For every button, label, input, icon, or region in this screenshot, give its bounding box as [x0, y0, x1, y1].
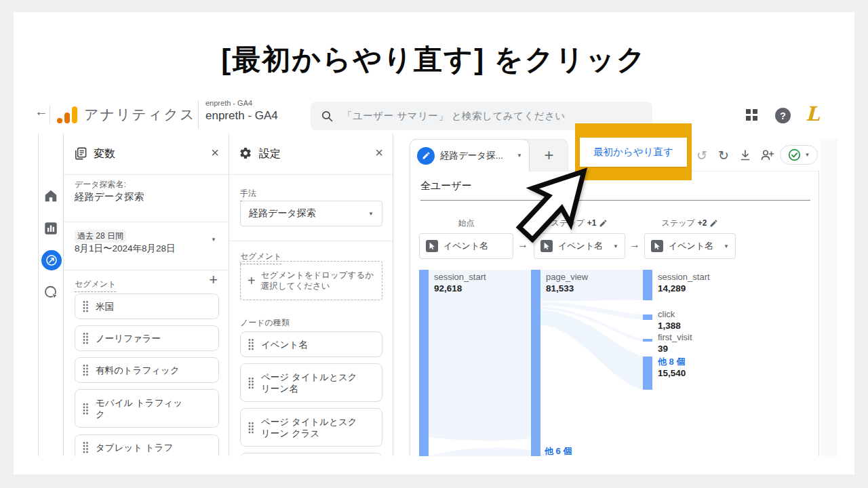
property-switcher[interactable]: enpreth - GA4: [205, 109, 278, 123]
drag-handle-icon: [82, 364, 89, 376]
chevron-down-icon: ▼: [805, 152, 810, 158]
plus-icon: +: [248, 273, 256, 289]
node-bar-click[interactable]: [643, 314, 652, 320]
method-value: 経路データ探索: [249, 207, 368, 220]
node-bar-others[interactable]: [643, 357, 652, 390]
method-select[interactable]: 経路データ探索 ▼: [240, 201, 382, 226]
segment-chip-label: 有料のトラフィック: [96, 365, 180, 376]
node-bar-session-start-2[interactable]: [643, 270, 652, 300]
product-name: アナリティクス: [84, 105, 195, 124]
node-type-chip-label: ページ タイトルとスクリーン名: [261, 371, 366, 394]
sankey-label[interactable]: session_start 14,289: [658, 271, 710, 294]
header-divider: [198, 100, 199, 129]
audience-underline: [420, 200, 810, 201]
node-bar-page-view[interactable]: [531, 270, 540, 456]
chevron-down-icon: ▼: [724, 243, 729, 249]
avatar[interactable]: L: [806, 102, 819, 125]
method-label: 手法: [240, 186, 256, 201]
sankey-label[interactable]: click 1,388: [658, 308, 681, 331]
flow-bottom: [429, 448, 547, 457]
variables-icon: [73, 146, 87, 161]
slide: [最初からやり直す] をクリック ← アナリティクス enpreth - GA4…: [14, 12, 854, 474]
segment-chip-label: ノーリファラー: [96, 333, 161, 344]
edit-pencil-icon[interactable]: [709, 219, 718, 228]
flow-col2-others: [540, 310, 643, 390]
more-nodes-link[interactable]: 他 6 個: [545, 445, 572, 456]
pencil-icon: [417, 147, 435, 165]
sankey-label[interactable]: session_start 92,618: [434, 271, 486, 294]
segment-chip[interactable]: ノーリファラー: [75, 325, 219, 351]
share-add-user-icon[interactable]: [758, 146, 776, 164]
node-type-chip[interactable]: ページ タイトルとスクリーン クラス: [240, 408, 382, 447]
download-icon[interactable]: [736, 146, 754, 164]
segments-label: セグメント: [75, 277, 116, 292]
segment-chip[interactable]: 有料のトラフィック: [75, 357, 219, 383]
close-icon[interactable]: ×: [211, 145, 219, 161]
node-type-chip-label: ページ タイトルとスクリーン クラス: [261, 416, 366, 439]
canvas-right-strip: [821, 139, 837, 456]
status-ok-dropdown[interactable]: ▼: [780, 145, 818, 165]
apps-grid-icon[interactable]: [746, 109, 757, 121]
segment-chip[interactable]: タブレット トラフ: [75, 434, 219, 456]
chevron-down-icon[interactable]: ▼: [211, 237, 216, 243]
back-button[interactable]: ←: [34, 104, 49, 121]
drag-handle-icon: [248, 338, 254, 350]
sankey-label[interactable]: first_visit 39: [658, 331, 692, 354]
divider: [229, 241, 393, 241]
undo-icon[interactable]: ↺: [693, 146, 711, 164]
sankey-label-others[interactable]: 他 8 個 15,540: [658, 356, 686, 379]
settings-panel: 設定 × 手法 経路データ探索 ▼ セグメント + セグメントをドロップするか選…: [229, 134, 393, 456]
account-name-small: enpreth - GA4: [205, 99, 252, 107]
step-2-select[interactable]: イベント名 ▼: [644, 233, 736, 259]
home-icon[interactable]: [43, 188, 60, 205]
help-icon[interactable]: ?: [775, 108, 791, 123]
sankey-diagram: [419, 270, 819, 456]
step-value: イベント名: [669, 240, 718, 252]
redo-icon[interactable]: ↻: [715, 146, 732, 164]
date-range-value[interactable]: 8月1日〜2024年8月28日: [75, 243, 176, 255]
node-type-chip[interactable]: ページ タイトルとスクリーン名: [240, 363, 382, 402]
drag-handle-icon: [248, 422, 254, 434]
date-range-badge: 過去 28 日間: [75, 230, 126, 243]
exploration-name-value[interactable]: 経路データ探索: [75, 190, 144, 203]
settings-panel-header: 設定 ×: [229, 134, 393, 175]
step-header-2: ステップ+2: [644, 218, 736, 228]
segment-chip-label: モバイル トラフィック: [96, 397, 191, 420]
header-divider: [50, 106, 50, 123]
node-bar-first-visit[interactable]: [643, 339, 652, 342]
segment-chip[interactable]: 米国: [75, 293, 219, 319]
sankey-label[interactable]: page_view 81,533: [546, 271, 588, 294]
node-type-chip-cut: [240, 453, 382, 456]
advertising-icon[interactable]: [43, 285, 60, 301]
drag-handle-icon: [82, 300, 89, 312]
node-type-chip[interactable]: イベント名: [240, 331, 382, 357]
slide-title: [最初からやり直す] をクリック: [14, 41, 854, 79]
drag-handle-icon: [82, 403, 89, 415]
divider: [64, 270, 229, 270]
step-header-start: 始点: [419, 218, 513, 228]
drag-handle-icon: [248, 377, 254, 389]
search-placeholder: 「ユーザー サマリー」 と検索してみてください: [342, 110, 566, 123]
drag-handle-icon: [82, 332, 89, 344]
chevron-down-icon: ▼: [368, 211, 374, 217]
divider: [64, 222, 229, 222]
segment-chip[interactable]: モバイル トラフィック: [75, 389, 219, 428]
exploration-name-label: データ探索名:: [75, 179, 126, 190]
node-type-chip-label: イベント名: [261, 339, 308, 350]
add-segment-button[interactable]: +: [209, 271, 218, 289]
segment-drop-zone[interactable]: + セグメントをドロップするか選択してください: [240, 261, 382, 300]
variables-panel: 変数 × データ探索名: 経路データ探索 過去 28 日間 8月1日〜2024年…: [63, 134, 229, 456]
segment-chip-label: 米国: [96, 301, 114, 312]
ga-app-screenshot: ← アナリティクス enpreth - GA4 enpreth - GA4 「ユ…: [31, 95, 837, 456]
analytics-logo-icon: [57, 106, 79, 124]
search-icon: [321, 110, 333, 122]
close-icon[interactable]: ×: [375, 145, 383, 161]
step-start-select[interactable]: イベント名: [419, 233, 513, 259]
gear-icon: [239, 146, 252, 160]
nav-rail: [38, 134, 63, 456]
step-value: イベント名: [443, 240, 507, 252]
drag-handle-icon: [82, 441, 89, 453]
explore-icon-active[interactable]: [41, 250, 62, 270]
node-bar-session-start-1[interactable]: [419, 270, 429, 456]
reports-icon[interactable]: [43, 221, 60, 237]
